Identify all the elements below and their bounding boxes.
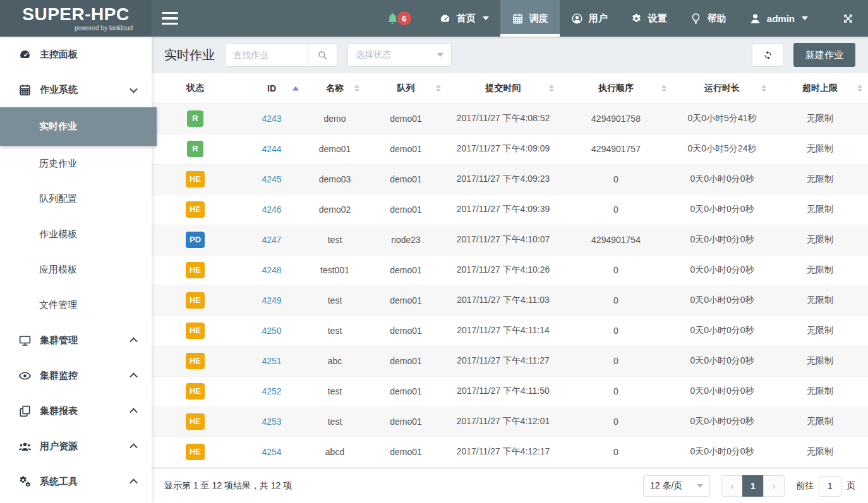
exec-order-cell: 4294901757 xyxy=(560,134,672,164)
sidebar-item-主控面板[interactable]: 主控面板 xyxy=(0,37,152,72)
refresh-icon xyxy=(763,50,773,61)
sidebar-subitem-历史作业[interactable]: 历史作业 xyxy=(0,146,152,181)
sidebar-item-集群报表[interactable]: 集群报表 xyxy=(0,393,152,429)
job-id-link[interactable]: 4253 xyxy=(262,417,281,427)
nav-item-label: 首页 xyxy=(457,13,476,25)
column-label: 提交时间 xyxy=(486,83,521,93)
pagination-controls: 12 条/页 ‹ 1 › 前往 页 xyxy=(643,475,855,497)
status-cell: R xyxy=(152,104,239,134)
status-badge: HE xyxy=(186,171,205,187)
users-icon xyxy=(18,440,32,453)
name-cell: test xyxy=(304,285,365,316)
run-duration-cell: 0天0小时0分0秒 xyxy=(672,255,772,285)
id-cell: 4245 xyxy=(239,164,304,194)
id-cell: 4254 xyxy=(239,437,304,467)
id-cell: 4246 xyxy=(239,194,304,225)
nav-item-用户[interactable]: 用户 xyxy=(560,0,619,37)
job-id-link[interactable]: 4246 xyxy=(262,204,281,215)
main-area: 主控面板作业系统实时作业历史作业队列配置作业模板应用模板文件管理集群管理集群监控… xyxy=(0,37,868,503)
nav-item-label: admin xyxy=(767,13,795,24)
column-header-运行时长[interactable]: 运行时长 xyxy=(672,73,772,104)
goto-page-input[interactable] xyxy=(819,476,841,497)
queue-cell: demo01 xyxy=(365,406,447,437)
monitor-icon xyxy=(18,334,32,347)
nav-item-调度[interactable]: 调度 xyxy=(500,0,560,37)
exec-order-cell: 0 xyxy=(560,346,672,376)
sidebar-item-作业系统[interactable]: 作业系统 xyxy=(0,72,152,107)
next-page-button[interactable]: › xyxy=(763,475,785,497)
job-id-link[interactable]: 4254 xyxy=(262,447,281,457)
column-header-超时上限[interactable]: 超时上限 xyxy=(772,73,868,104)
status-cell: HE xyxy=(152,194,239,225)
sidebar-subitem-文件管理[interactable]: 文件管理 xyxy=(0,287,152,323)
search-button[interactable] xyxy=(308,44,337,66)
table-row: HE4254abcddemo012017/11/27 下午4:12:1700天0… xyxy=(152,437,868,467)
exec-order-cell: 0 xyxy=(560,164,672,194)
nav-item-admin[interactable]: admin xyxy=(738,0,819,37)
name-cell: abcd xyxy=(304,437,365,467)
run-duration-cell: 0天0小时0分0秒 xyxy=(672,164,772,194)
copy-icon xyxy=(18,405,32,418)
status-cell: HE xyxy=(152,406,239,437)
sidebar-item-集群监控[interactable]: 集群监控 xyxy=(0,358,152,393)
column-header-执行顺序[interactable]: 执行顺序 xyxy=(560,73,672,104)
sidebar-subitem-实时作业[interactable]: 实时作业 xyxy=(0,107,157,146)
submit-time-cell: 2017/11/27 下午4:09:09 xyxy=(447,134,560,164)
job-id-link[interactable]: 4251 xyxy=(262,356,281,366)
nav-item-设置[interactable]: 设置 xyxy=(619,0,678,37)
job-id-link[interactable]: 4249 xyxy=(262,295,281,305)
submit-time-cell: 2017/11/27 下午4:11:14 xyxy=(447,316,560,346)
prev-page-button[interactable]: ‹ xyxy=(721,475,743,497)
nav-item-帮助[interactable]: 帮助 xyxy=(678,0,738,37)
notifications-button[interactable]: 6 xyxy=(386,0,411,37)
column-header-队列[interactable]: 队列 xyxy=(365,73,447,104)
search-input[interactable] xyxy=(226,44,308,66)
sidebar-item-系统工具[interactable]: 系统工具 xyxy=(0,464,152,499)
job-id-link[interactable]: 4245 xyxy=(262,174,281,184)
column-header-ID[interactable]: ID xyxy=(239,73,304,104)
exec-order-cell: 0 xyxy=(560,316,672,346)
job-id-link[interactable]: 4244 xyxy=(262,144,281,154)
table-row: HE4249testdemo012017/11/27 下午4:11:0300天0… xyxy=(152,285,868,316)
column-header-名称[interactable]: 名称 xyxy=(304,73,365,104)
page-size-select[interactable]: 12 条/页 xyxy=(643,475,710,497)
table-header-row: 状态ID名称队列提交时间执行顺序运行时长超时上限 xyxy=(152,73,868,104)
status-cell: HE xyxy=(152,255,239,285)
calendar-icon xyxy=(18,83,32,97)
sidebar-item-集群管理[interactable]: 集群管理 xyxy=(0,323,152,358)
status-badge: PD xyxy=(186,232,205,248)
sidebar-subitem-应用模板[interactable]: 应用模板 xyxy=(0,252,152,287)
id-cell: 4251 xyxy=(239,346,304,376)
exec-order-cell: 0 xyxy=(560,437,672,467)
nav-item-首页[interactable]: 首页 xyxy=(428,0,500,37)
table-row: HE4253testdemo012017/11/27 下午4:12:0100天0… xyxy=(152,406,868,437)
job-id-link[interactable]: 4243 xyxy=(262,114,281,124)
status-filter-placeholder: 选择状态 xyxy=(356,49,391,61)
current-page-button[interactable]: 1 xyxy=(742,475,764,497)
column-header-提交时间[interactable]: 提交时间 xyxy=(447,73,560,104)
sidebar-subitem-label: 文件管理 xyxy=(39,299,77,311)
job-id-link[interactable]: 4252 xyxy=(262,386,281,396)
sidebar-subitem-队列配置[interactable]: 队列配置 xyxy=(0,181,152,216)
id-cell: 4252 xyxy=(239,376,304,406)
queue-cell: demo01 xyxy=(365,164,447,194)
sidebar-subitem-作业模板[interactable]: 作业模板 xyxy=(0,216,152,252)
sidebar-item-用户资源[interactable]: 用户资源 xyxy=(0,429,152,464)
queue-cell: demo01 xyxy=(365,316,447,346)
sidebar-item-label: 集群监控 xyxy=(40,370,78,382)
sidebar-subitem-label: 实时作业 xyxy=(39,121,77,133)
job-id-link[interactable]: 4250 xyxy=(262,326,281,336)
chevron-down-icon xyxy=(697,484,703,488)
sidebar-item-label: 用户资源 xyxy=(40,441,78,453)
new-job-button[interactable]: 新建作业 xyxy=(793,43,855,67)
status-filter-select[interactable]: 选择状态 xyxy=(347,43,452,67)
sidebar-item-label: 作业系统 xyxy=(40,84,78,96)
refresh-button[interactable] xyxy=(752,43,783,67)
job-id-link[interactable]: 4248 xyxy=(262,265,281,275)
sidebar-item-label: 集群管理 xyxy=(40,334,78,346)
column-label: 超时上限 xyxy=(802,83,838,93)
fullscreen-button[interactable] xyxy=(828,0,868,37)
job-id-link[interactable]: 4247 xyxy=(262,235,281,245)
chevron-up-icon xyxy=(130,372,138,381)
sidebar-toggle-button[interactable] xyxy=(152,0,188,37)
